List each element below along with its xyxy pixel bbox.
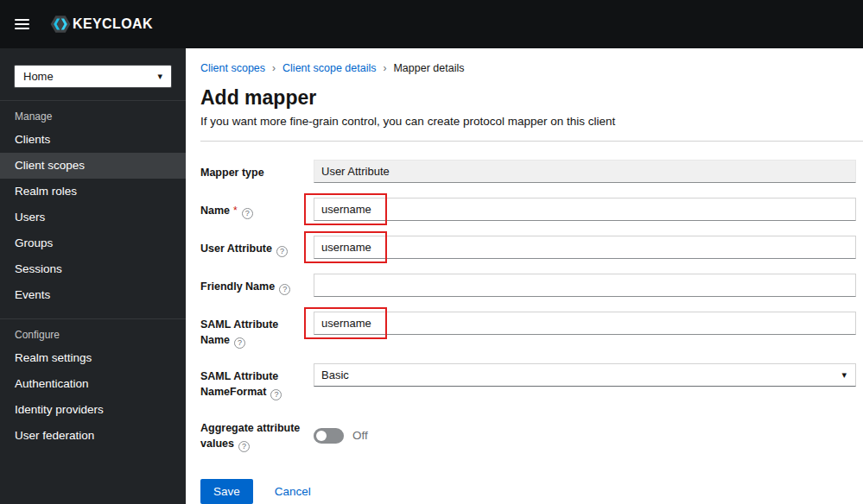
sidebar-item-realm-roles[interactable]: Realm roles <box>0 179 186 205</box>
brand-name: KEYCLOAK <box>73 16 153 32</box>
topbar: KEYCLOAK <box>0 0 863 48</box>
chevron-right-icon: › <box>383 62 386 74</box>
chevron-down-icon: ▾ <box>157 71 162 82</box>
add-mapper-form: Mapper type Name*? User Attribute? <box>200 160 856 504</box>
sidebar: Home ▾ Manage Clients Client scopes Real… <box>0 48 186 504</box>
mapper-type-label: Mapper type <box>200 160 314 183</box>
breadcrumb-mapper-details: Mapper details <box>393 62 464 74</box>
sidebar-item-clients[interactable]: Clients <box>0 127 186 153</box>
nav-section-manage: Manage Clients Client scopes Realm roles… <box>0 101 186 308</box>
form-row-user-attribute: User Attribute? <box>200 236 856 259</box>
friendly-name-input[interactable] <box>314 274 856 297</box>
form-row-friendly-name: Friendly Name? <box>200 274 856 297</box>
sidebar-item-sessions[interactable]: Sessions <box>0 256 186 282</box>
help-icon[interactable]: ? <box>279 284 290 295</box>
menu-toggle-icon[interactable] <box>15 19 29 29</box>
sidebar-item-user-federation[interactable]: User federation <box>0 423 186 449</box>
select-selected-value: Basic <box>321 369 349 381</box>
keycloak-logo-icon <box>49 13 72 35</box>
aggregate-attribute-values-label: Aggregate attribute values? <box>200 415 314 452</box>
name-label: Name*? <box>200 198 314 221</box>
save-button[interactable]: Save <box>200 479 253 504</box>
saml-attribute-name-input[interactable] <box>314 312 856 335</box>
saml-attribute-nameformat-select[interactable]: Basic ▾ <box>314 363 856 387</box>
sidebar-item-authentication[interactable]: Authentication <box>0 371 186 397</box>
sidebar-item-users[interactable]: Users <box>0 205 186 230</box>
aggregate-attribute-values-toggle[interactable] <box>314 428 344 444</box>
saml-attribute-nameformat-label: SAML Attribute NameFormat? <box>200 363 314 400</box>
help-icon[interactable]: ? <box>270 389 282 400</box>
form-row-aggregate-attribute-values: Aggregate attribute values? Off <box>200 415 856 452</box>
help-icon[interactable]: ? <box>234 337 245 349</box>
toggle-state-label: Off <box>352 429 368 442</box>
help-icon[interactable]: ? <box>276 246 288 257</box>
realm-selector-value: Home <box>23 70 54 83</box>
required-indicator: * <box>233 205 238 217</box>
form-actions: Save Cancel <box>200 479 856 504</box>
chevron-down-icon: ▾ <box>841 369 847 381</box>
nav-section-manage-title: Manage <box>0 101 186 127</box>
nav-section-configure: Configure Realm settings Authentication … <box>0 319 186 449</box>
chevron-right-icon: › <box>272 62 276 74</box>
form-row-mapper-type: Mapper type <box>200 160 856 183</box>
breadcrumb-client-scopes[interactable]: Client scopes <box>200 62 265 74</box>
sidebar-item-groups[interactable]: Groups <box>0 230 186 256</box>
user-attribute-input[interactable] <box>314 236 856 259</box>
sidebar-item-events[interactable]: Events <box>0 282 186 308</box>
page-subtitle: If you want more fine-grain control, you… <box>200 115 856 128</box>
realm-selector[interactable]: Home ▾ <box>14 65 172 88</box>
page-title: Add mapper <box>200 86 856 110</box>
breadcrumb-client-scope-details[interactable]: Client scope details <box>282 62 376 74</box>
cancel-button[interactable]: Cancel <box>275 485 311 498</box>
friendly-name-label: Friendly Name? <box>200 274 314 297</box>
nav-section-configure-title: Configure <box>0 319 186 345</box>
sidebar-item-identity-providers[interactable]: Identity providers <box>0 397 186 423</box>
sidebar-item-client-scopes[interactable]: Client scopes <box>0 153 186 179</box>
form-row-saml-attribute-nameformat: SAML Attribute NameFormat? Basic ▾ <box>200 363 856 400</box>
mapper-type-input <box>314 160 856 183</box>
form-row-name: Name*? <box>200 198 856 221</box>
help-icon[interactable]: ? <box>238 441 250 452</box>
divider <box>200 141 863 142</box>
keycloak-logo[interactable]: KEYCLOAK <box>49 13 153 35</box>
user-attribute-label: User Attribute? <box>200 236 314 259</box>
name-input[interactable] <box>314 198 856 221</box>
toggle-knob <box>316 431 327 441</box>
form-row-saml-attribute-name: SAML Attribute Name? <box>200 312 856 349</box>
main-content: Client scopes › Client scope details › M… <box>186 48 863 504</box>
sidebar-item-realm-settings[interactable]: Realm settings <box>0 345 186 371</box>
help-icon[interactable]: ? <box>242 208 253 219</box>
breadcrumb: Client scopes › Client scope details › M… <box>200 62 856 74</box>
saml-attribute-name-label: SAML Attribute Name? <box>200 312 314 349</box>
